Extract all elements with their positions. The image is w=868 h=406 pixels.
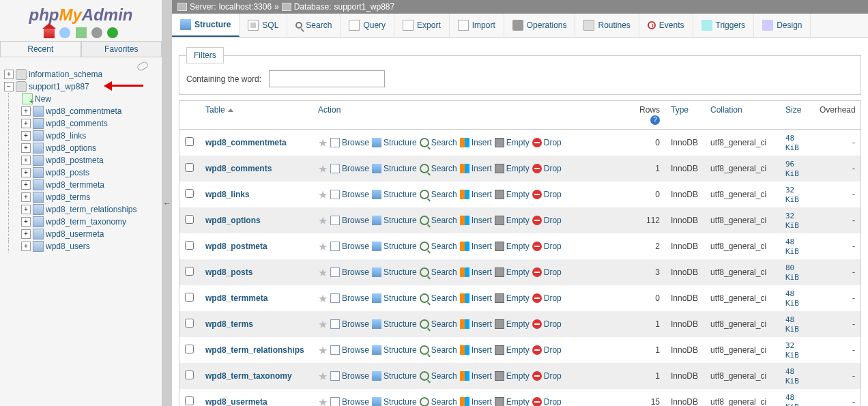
favorite-star-icon[interactable]: ★	[318, 240, 328, 253]
empty-action[interactable]: Empty	[495, 190, 530, 199]
drop-action[interactable]: Drop	[532, 345, 562, 355]
browse-action[interactable]: Browse	[330, 397, 369, 406]
insert-action[interactable]: Insert	[460, 164, 492, 173]
tree-table-wpd8_term_relationships[interactable]: +wpd8_term_relationships	[8, 203, 162, 216]
expander-icon[interactable]: +	[21, 119, 31, 128]
search-action[interactable]: Search	[420, 319, 457, 329]
tree-db-information_schema[interactable]: +information_schema	[0, 68, 162, 81]
tab-query[interactable]: Query	[341, 14, 394, 37]
reload-icon[interactable]	[107, 27, 118, 38]
search-action[interactable]: Search	[420, 345, 457, 355]
favorite-star-icon[interactable]: ★	[318, 136, 328, 149]
empty-action[interactable]: Empty	[495, 319, 530, 329]
expander-icon[interactable]: +	[21, 229, 31, 239]
info-icon[interactable]: ?	[650, 115, 660, 125]
insert-action[interactable]: Insert	[460, 190, 492, 199]
favorite-star-icon[interactable]: ★	[318, 318, 328, 331]
structure-action[interactable]: Structure	[372, 371, 417, 381]
header-type[interactable]: Type	[671, 105, 689, 115]
browse-action[interactable]: Browse	[330, 242, 369, 251]
structure-action[interactable]: Structure	[372, 216, 417, 225]
tab-import[interactable]: Import	[450, 14, 504, 37]
favorite-star-icon[interactable]: ★	[318, 344, 328, 357]
search-action[interactable]: Search	[420, 164, 457, 173]
insert-action[interactable]: Insert	[460, 138, 492, 147]
empty-action[interactable]: Empty	[495, 345, 530, 355]
recent-tab[interactable]: Recent	[0, 41, 81, 57]
row-checkbox[interactable]	[185, 137, 194, 146]
browse-action[interactable]: Browse	[330, 293, 369, 303]
expander-icon[interactable]: +	[21, 156, 31, 165]
empty-action[interactable]: Empty	[495, 267, 530, 277]
structure-action[interactable]: Structure	[372, 345, 417, 355]
favorite-star-icon[interactable]: ★	[318, 370, 328, 383]
favorites-tab[interactable]: Favorites	[81, 41, 162, 57]
insert-action[interactable]: Insert	[460, 216, 492, 225]
header-overhead[interactable]: Overhead	[820, 105, 856, 115]
tree-table-wpd8_users[interactable]: +wpd8_users	[8, 240, 162, 252]
browse-action[interactable]: Browse	[330, 138, 369, 147]
structure-action[interactable]: Structure	[372, 164, 417, 173]
breadcrumb-database[interactable]: support1_wp887	[334, 2, 394, 12]
tab-routines[interactable]: Routines	[575, 14, 639, 37]
row-checkbox[interactable]	[185, 215, 194, 224]
row-checkbox[interactable]	[185, 189, 194, 198]
tree-table-wpd8_usermeta[interactable]: +wpd8_usermeta	[8, 228, 162, 240]
tree-db-support1_wp887[interactable]: −support1_wp887	[0, 81, 162, 93]
tree-table-wpd8_terms[interactable]: +wpd8_terms	[8, 191, 162, 203]
drop-action[interactable]: Drop	[532, 319, 562, 329]
tab-operations[interactable]: Operations	[504, 14, 576, 37]
docs-icon[interactable]	[76, 27, 87, 38]
tree-table-wpd8_comments[interactable]: +wpd8_comments	[8, 117, 162, 130]
browse-action[interactable]: Browse	[330, 164, 369, 173]
tab-design[interactable]: Design	[754, 14, 811, 37]
insert-action[interactable]: Insert	[460, 319, 492, 329]
search-action[interactable]: Search	[420, 190, 457, 199]
table-link[interactable]: wpd8_posts	[205, 267, 252, 277]
insert-action[interactable]: Insert	[460, 242, 492, 251]
breadcrumb-server[interactable]: localhost:3306	[219, 2, 272, 12]
tree-table-wpd8_posts[interactable]: +wpd8_posts	[8, 166, 162, 179]
drop-action[interactable]: Drop	[532, 190, 562, 199]
empty-action[interactable]: Empty	[495, 138, 530, 147]
row-checkbox[interactable]	[185, 371, 194, 379]
search-action[interactable]: Search	[420, 216, 457, 225]
tab-export[interactable]: Export	[394, 14, 450, 37]
structure-action[interactable]: Structure	[372, 319, 417, 329]
table-link[interactable]: wpd8_term_relationships	[205, 345, 304, 355]
expander-icon[interactable]: +	[21, 192, 31, 202]
browse-action[interactable]: Browse	[330, 371, 369, 381]
structure-action[interactable]: Structure	[372, 397, 417, 406]
browse-action[interactable]: Browse	[330, 216, 369, 225]
search-action[interactable]: Search	[420, 138, 457, 147]
drop-action[interactable]: Drop	[532, 138, 562, 147]
expander-icon[interactable]: +	[21, 168, 31, 177]
tree-table-wpd8_termmeta[interactable]: +wpd8_termmeta	[8, 179, 162, 191]
expander-icon[interactable]: +	[21, 205, 31, 214]
filter-input[interactable]	[269, 70, 385, 87]
favorite-star-icon[interactable]: ★	[318, 188, 328, 201]
expander-icon[interactable]: +	[21, 217, 31, 227]
expander-icon[interactable]: +	[21, 242, 31, 251]
collapse-sidebar-handle[interactable]: ←	[162, 0, 172, 406]
tree-table-wpd8_commentmeta[interactable]: +wpd8_commentmeta	[8, 105, 162, 117]
tab-triggers[interactable]: Triggers	[693, 14, 755, 37]
empty-action[interactable]: Empty	[495, 164, 530, 173]
search-action[interactable]: Search	[420, 371, 457, 381]
empty-action[interactable]: Empty	[495, 293, 530, 303]
empty-action[interactable]: Empty	[495, 371, 530, 381]
insert-action[interactable]: Insert	[460, 371, 492, 381]
expander-icon[interactable]: +	[4, 70, 14, 79]
row-checkbox[interactable]	[185, 163, 194, 172]
logout-icon[interactable]	[59, 27, 70, 38]
favorite-star-icon[interactable]: ★	[318, 396, 328, 407]
header-table[interactable]: Table	[205, 105, 225, 115]
header-rows[interactable]: Rows	[639, 105, 660, 115]
table-link[interactable]: wpd8_termmeta	[205, 293, 267, 303]
tab-search[interactable]: Search	[287, 14, 341, 37]
header-collation[interactable]: Collation	[710, 105, 742, 115]
tab-events[interactable]: Events	[639, 14, 693, 37]
drop-action[interactable]: Drop	[532, 371, 562, 381]
table-link[interactable]: wpd8_links	[205, 190, 250, 199]
header-size[interactable]: Size	[785, 105, 801, 115]
